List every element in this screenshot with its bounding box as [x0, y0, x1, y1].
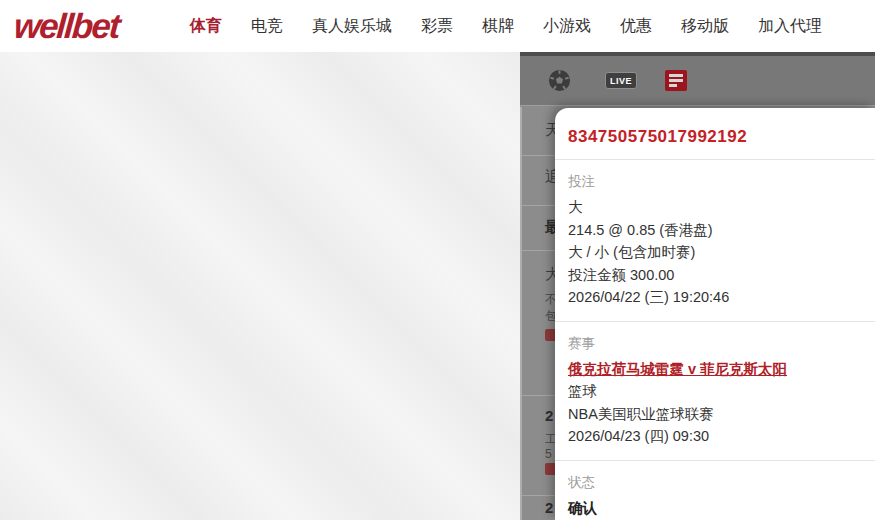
occluded-text: 追	[545, 167, 555, 186]
nav-item-promos[interactable]: 优惠	[620, 16, 652, 37]
bet-odds: 214.5 @ 0.85 (香港盘)	[568, 219, 862, 242]
match-start-time: 2026/04/23 (四) 09:30	[568, 425, 862, 448]
nav-item-lottery[interactable]: 彩票	[421, 16, 453, 37]
top-header: wellbet 体育 电竞 真人娱乐城 彩票 棋牌 小游戏 优惠 移动版 加入代…	[0, 0, 875, 52]
wellbet-logo[interactable]: wellbet	[13, 6, 178, 46]
occluded-text: 工	[545, 431, 555, 448]
match-section-label: 赛事	[568, 335, 862, 353]
match-section: 赛事 俄克拉荷马城雷霆 v 菲尼克斯太阳 篮球 NBA美国职业篮球联赛 2026…	[555, 322, 875, 460]
page-background	[0, 50, 520, 520]
nav-item-minigames[interactable]: 小游戏	[543, 16, 591, 37]
occluded-icon	[545, 329, 555, 341]
occluded-bet-list-strip: 天 追 最 大 不 包 2 工 5 2	[520, 107, 555, 520]
bet-selection: 大	[568, 196, 862, 219]
match-sport: 篮球	[568, 380, 862, 403]
nav-item-sports[interactable]: 体育	[190, 16, 222, 37]
match-league: NBA美国职业篮球联赛	[568, 403, 862, 426]
nav-item-agent[interactable]: 加入代理	[758, 16, 822, 37]
status-section: 状态 确认	[555, 461, 875, 520]
occluded-text: 不	[545, 291, 555, 308]
bet-detail-popup: 834750575017992192 投注 大 214.5 @ 0.85 (香港…	[555, 108, 875, 520]
bet-section: 投注 大 214.5 @ 0.85 (香港盘) 大 / 小 (包含加时赛) 投注…	[555, 160, 875, 321]
occluded-text: 最	[545, 218, 555, 237]
occluded-text: 2	[545, 407, 553, 424]
nav-item-cards[interactable]: 棋牌	[482, 16, 514, 37]
bet-id: 834750575017992192	[568, 127, 747, 146]
nav-item-mobile[interactable]: 移动版	[681, 16, 729, 37]
bet-list-icon[interactable]	[665, 70, 687, 91]
occluded-text: 包	[545, 308, 555, 325]
nav-item-live-casino[interactable]: 真人娱乐城	[312, 16, 392, 37]
status-value: 确认	[568, 497, 862, 519]
match-teams-link[interactable]: 俄克拉荷马城雷霆 v 菲尼克斯太阳	[568, 358, 787, 381]
soccer-ball-icon[interactable]	[548, 69, 571, 92]
sportsbook-toolbar: LIVE	[520, 50, 875, 106]
bet-market: 大 / 小 (包含加时赛)	[568, 241, 862, 264]
nav-item-esports[interactable]: 电竞	[251, 16, 283, 37]
occluded-icon	[545, 463, 555, 475]
bet-stake: 投注金额 300.00	[568, 264, 862, 287]
occluded-text: 5	[545, 447, 552, 461]
bet-section-label: 投注	[568, 173, 862, 191]
occluded-text: 天	[545, 121, 555, 140]
live-badge[interactable]: LIVE	[605, 72, 637, 89]
status-label: 状态	[568, 474, 862, 492]
occluded-text: 大	[545, 265, 555, 284]
occluded-text: 2	[545, 499, 553, 516]
bet-placed-time: 2026/04/22 (三) 19:20:46	[568, 286, 862, 309]
main-nav: 体育 电竞 真人娱乐城 彩票 棋牌 小游戏 优惠 移动版 加入代理	[190, 16, 822, 37]
